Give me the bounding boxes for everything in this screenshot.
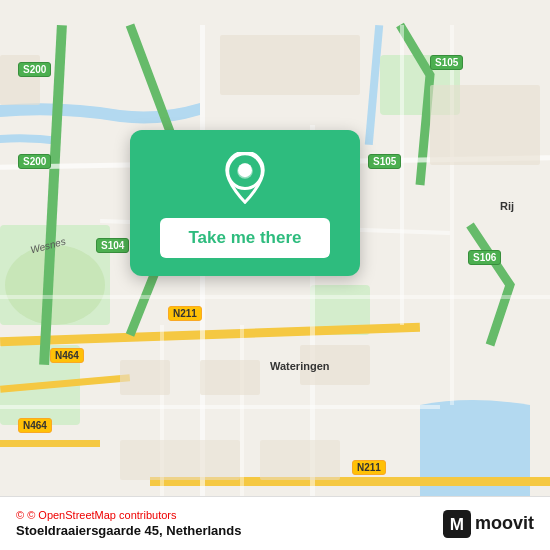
svg-point-6 — [5, 245, 105, 325]
svg-rect-25 — [120, 360, 170, 395]
road-label-n211-1: N211 — [168, 306, 202, 321]
attribution-text: © OpenStreetMap contributors — [27, 509, 176, 521]
svg-rect-10 — [0, 440, 100, 447]
svg-rect-18 — [400, 25, 404, 325]
map-container: S200 S200 S104 S104 S105 S105 S106 N211 … — [0, 0, 550, 550]
svg-rect-16 — [0, 295, 550, 299]
popup-card: Take me there — [130, 130, 360, 276]
location-pin-icon — [219, 152, 271, 204]
attribution: © © OpenStreetMap contributors — [16, 509, 241, 521]
svg-rect-22 — [220, 35, 360, 95]
bottom-bar-info: © © OpenStreetMap contributors Stoeldraa… — [16, 509, 241, 538]
road-label-s104-2: S104 — [96, 238, 129, 253]
road-label-s200-2: S200 — [18, 154, 51, 169]
road-label-n211-2: N211 — [352, 460, 386, 475]
svg-rect-17 — [0, 405, 440, 409]
road-label-n464-2: N464 — [18, 418, 52, 433]
svg-text:M: M — [450, 515, 464, 534]
svg-rect-29 — [260, 440, 340, 480]
road-label-n464-1: N464 — [50, 348, 84, 363]
moovit-logo: M moovit — [443, 510, 534, 538]
svg-rect-23 — [430, 85, 540, 165]
moovit-icon: M — [443, 510, 471, 538]
road-label-s200-1: S200 — [18, 62, 51, 77]
svg-rect-27 — [300, 345, 370, 385]
road-label-s106: S106 — [468, 250, 501, 265]
location-text: Stoeldraaiersgaarde 45, Netherlands — [16, 523, 241, 538]
svg-rect-26 — [200, 360, 260, 395]
road-label-s105-2: S105 — [368, 154, 401, 169]
svg-rect-20 — [160, 325, 164, 525]
take-me-there-button[interactable]: Take me there — [160, 218, 329, 258]
svg-point-33 — [238, 163, 252, 177]
svg-rect-19 — [450, 25, 454, 405]
copyright-symbol: © — [16, 509, 24, 521]
road-label-s105-1: S105 — [430, 55, 463, 70]
moovit-text: moovit — [475, 513, 534, 534]
bottom-bar: © © OpenStreetMap contributors Stoeldraa… — [0, 496, 550, 550]
svg-rect-21 — [240, 325, 244, 525]
svg-rect-28 — [120, 440, 240, 480]
